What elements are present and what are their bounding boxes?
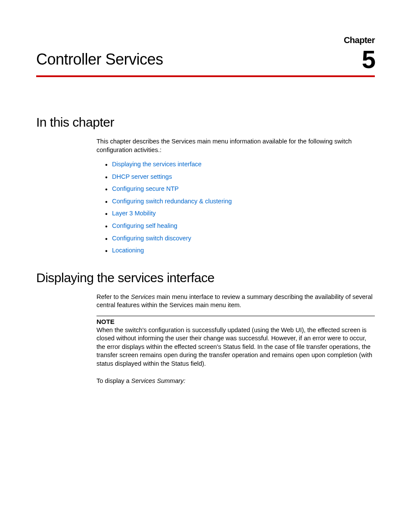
note-top-rule xyxy=(97,316,375,316)
page-title: Controller Services xyxy=(36,50,163,72)
services-summary-lead: To display a Services Summary: xyxy=(97,377,375,386)
list-item: Configuring self healing xyxy=(105,222,375,230)
list-item: Configuring switch redundancy & clusteri… xyxy=(105,197,375,206)
section-heading-displaying-services: Displaying the services interface xyxy=(36,271,375,285)
italic-text: Services Summary: xyxy=(131,377,186,384)
list-item: Displaying the services interface xyxy=(105,160,375,169)
list-item: Configuring switch discovery xyxy=(105,234,375,243)
toc-link-list: Displaying the services interface DHCP s… xyxy=(97,160,375,255)
section-heading-in-this-chapter: In this chapter xyxy=(36,115,375,130)
toc-link-self-healing[interactable]: Configuring self healing xyxy=(112,222,177,229)
toc-link-dhcp-server[interactable]: DHCP server settings xyxy=(112,173,172,180)
chapter-indicator: Chapter 5 xyxy=(344,35,375,72)
list-item: Layer 3 Mobility xyxy=(105,209,375,218)
toc-link-redundancy-clustering[interactable]: Configuring switch redundancy & clusteri… xyxy=(112,198,232,205)
toc-link-switch-discovery[interactable]: Configuring switch discovery xyxy=(112,235,191,242)
chapter-number: 5 xyxy=(344,47,375,72)
toc-link-displaying-services[interactable]: Displaying the services interface xyxy=(112,161,202,168)
in-this-chapter-content: This chapter describes the Services main… xyxy=(97,137,375,255)
toc-link-locationing[interactable]: Locationing xyxy=(112,247,144,254)
text-fragment: Refer to the xyxy=(97,293,131,300)
list-item: Locationing xyxy=(105,246,375,255)
toc-link-layer3-mobility[interactable]: Layer 3 Mobility xyxy=(112,210,156,217)
note-label: NOTE xyxy=(97,318,375,325)
intro-paragraph: This chapter describes the Services main… xyxy=(97,137,375,154)
title-rule xyxy=(36,75,375,77)
displaying-intro-paragraph: Refer to the Services main menu interfac… xyxy=(97,293,375,310)
toc-link-secure-ntp[interactable]: Configuring secure NTP xyxy=(112,185,179,192)
note-body: When the switch's configuration is succe… xyxy=(97,326,375,368)
chapter-header: Controller Services Chapter 5 xyxy=(36,35,375,72)
displaying-services-content: Refer to the Services main menu interfac… xyxy=(97,293,375,386)
italic-text: Services xyxy=(131,293,155,300)
list-item: DHCP server settings xyxy=(105,173,375,181)
chapter-label: Chapter xyxy=(344,35,375,45)
list-item: Configuring secure NTP xyxy=(105,185,375,193)
text-fragment: To display a xyxy=(97,377,131,384)
